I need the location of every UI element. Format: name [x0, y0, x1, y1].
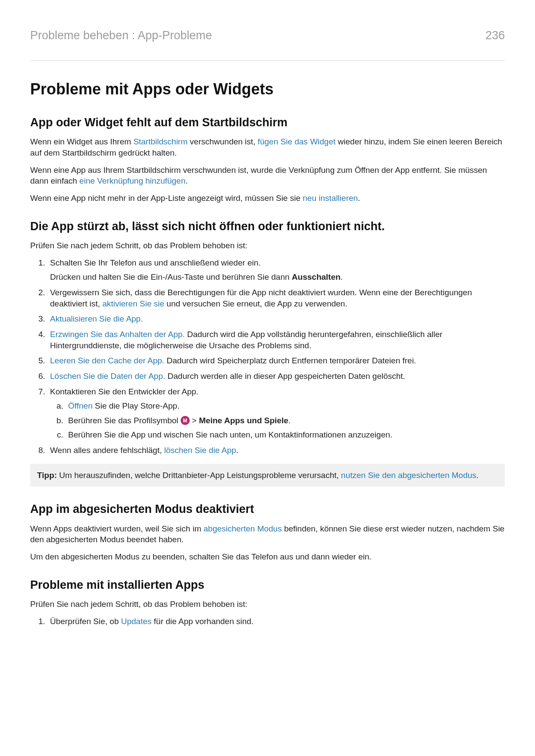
- list-item: Überprüfen Sie, ob Updates für die App v…: [47, 616, 505, 627]
- paragraph: Wenn Apps deaktiviert wurden, weil Sie s…: [30, 523, 505, 545]
- text: Drücken und halten Sie die Ein-/Aus-Tast…: [50, 272, 292, 281]
- text: .: [288, 416, 291, 425]
- section-heading: Probleme mit installierten Apps: [30, 577, 505, 593]
- link-add-widget[interactable]: fügen Sie das Widget: [258, 137, 336, 146]
- section-heading: App im abgesicherten Modus deaktiviert: [30, 501, 505, 517]
- text: Wenn ein Widget aus Ihrem: [30, 137, 133, 146]
- ordered-list: Schalten Sie Ihr Telefon aus und anschli…: [30, 257, 505, 456]
- text: Wenn Apps deaktiviert wurden, weil Sie s…: [30, 524, 203, 533]
- link-safe-mode[interactable]: nutzen Sie den abgesicherten Modus: [341, 471, 476, 480]
- list-item: Erzwingen Sie das Anhalten der App. Dadu…: [47, 329, 505, 351]
- list-item: Wenn alles andere fehlschlägt, löschen S…: [47, 445, 505, 456]
- text: Wenn alles andere fehlschlägt,: [50, 446, 164, 455]
- text: .: [358, 194, 360, 203]
- paragraph: Prüfen Sie nach jedem Schritt, ob das Pr…: [30, 240, 505, 251]
- paragraph: Drücken und halten Sie die Ein-/Aus-Tast…: [50, 272, 505, 283]
- link-force-stop-app[interactable]: Erzwingen Sie das Anhalten der App.: [50, 330, 185, 339]
- paragraph: Wenn ein Widget aus Ihrem Startbildschir…: [30, 136, 505, 158]
- tip-box: Tipp: Um herauszufinden, welche Drittanb…: [30, 464, 505, 487]
- paragraph: Um den abgesicherten Modus zu beenden, s…: [30, 551, 505, 562]
- link-updates[interactable]: Updates: [121, 617, 152, 626]
- list-item: Berühren Sie die App und wischen Sie nac…: [66, 429, 505, 440]
- text: Um herauszufinden, welche Drittanbieter-…: [57, 471, 341, 480]
- text: .: [185, 176, 188, 185]
- text: Berühren Sie das Profilsymbol: [68, 416, 181, 425]
- bold-text: Meine Apps und Spiele: [199, 416, 288, 425]
- breadcrumb: Probleme beheben : App-Probleme: [30, 28, 212, 43]
- text: Kontaktieren Sie den Entwickler der App.: [50, 387, 198, 396]
- profile-icon: M: [181, 416, 190, 425]
- text: verschwunden ist,: [188, 137, 258, 146]
- text: und versuchen Sie erneut, die App zu ver…: [164, 299, 347, 308]
- text: Schalten Sie Ihr Telefon aus und anschli…: [50, 257, 505, 269]
- link-clear-cache[interactable]: Leeren Sie den Cache der App.: [50, 356, 164, 365]
- list-item: Löschen Sie die Daten der App. Dadurch w…: [47, 371, 505, 382]
- list-item: Berühren Sie das Profilsymbol M > Meine …: [66, 415, 505, 426]
- page-header: Probleme beheben : App-Probleme 236: [30, 28, 505, 43]
- link-startbildschirm[interactable]: Startbildschirm: [133, 137, 188, 146]
- ordered-sublist: Öffnen Sie die Play Store-App. Berühren …: [50, 400, 505, 440]
- link-clear-data[interactable]: Löschen Sie die Daten der App.: [50, 372, 165, 381]
- text: Wenn eine App nicht mehr in der App-List…: [30, 194, 303, 203]
- page-number: 236: [485, 28, 505, 43]
- list-item: Schalten Sie Ihr Telefon aus und anschli…: [47, 257, 505, 283]
- page-title: Probleme mit Apps oder Widgets: [30, 79, 505, 100]
- text: für die App vorhanden sind.: [152, 617, 254, 626]
- text: Sie die Play Store-App.: [93, 401, 180, 410]
- text: .: [476, 471, 479, 480]
- list-item: Öffnen Sie die Play Store-App.: [66, 400, 505, 412]
- link-add-shortcut[interactable]: eine Verknüpfung hinzufügen: [79, 176, 185, 185]
- text: .: [236, 446, 238, 455]
- link-reinstall[interactable]: neu installieren: [303, 194, 358, 203]
- text: .: [341, 272, 343, 281]
- list-item: Leeren Sie den Cache der App. Dadurch wi…: [47, 355, 505, 366]
- text: Dadurch wird Speicherplatz durch Entfern…: [164, 356, 416, 365]
- text: Dadurch werden alle in dieser App gespei…: [165, 372, 405, 381]
- text: Überprüfen Sie, ob: [50, 617, 121, 626]
- link-safe-mode-ref[interactable]: abgesicherten Modus: [203, 524, 282, 533]
- bold-text: Ausschalten: [292, 272, 341, 281]
- list-item: Kontaktieren Sie den Entwickler der App.…: [47, 386, 505, 441]
- paragraph: Wenn eine App nicht mehr in der App-List…: [30, 193, 505, 204]
- link-open-playstore[interactable]: Öffnen: [68, 401, 93, 410]
- list-item: Vergewissern Sie sich, dass die Berechti…: [47, 287, 505, 309]
- ordered-list: Überprüfen Sie, ob Updates für die App v…: [30, 616, 505, 627]
- paragraph: Prüfen Sie nach jedem Schritt, ob das Pr…: [30, 599, 505, 610]
- tip-label: Tipp:: [37, 471, 57, 480]
- section-heading: App oder Widget fehlt auf dem Startbilds…: [30, 115, 505, 130]
- link-enable-permissions[interactable]: aktivieren Sie sie: [102, 299, 164, 308]
- paragraph: Wenn eine App aus Ihrem Startbildschirm …: [30, 165, 505, 187]
- divider: [30, 60, 505, 61]
- link-delete-app[interactable]: löschen Sie die App: [164, 446, 236, 455]
- text: >: [190, 416, 199, 425]
- list-item: Aktualisieren Sie die App.: [47, 313, 505, 325]
- section-heading: Die App stürzt ab, lässt sich nicht öffn…: [30, 219, 505, 234]
- link-update-app[interactable]: Aktualisieren Sie die App.: [50, 314, 143, 323]
